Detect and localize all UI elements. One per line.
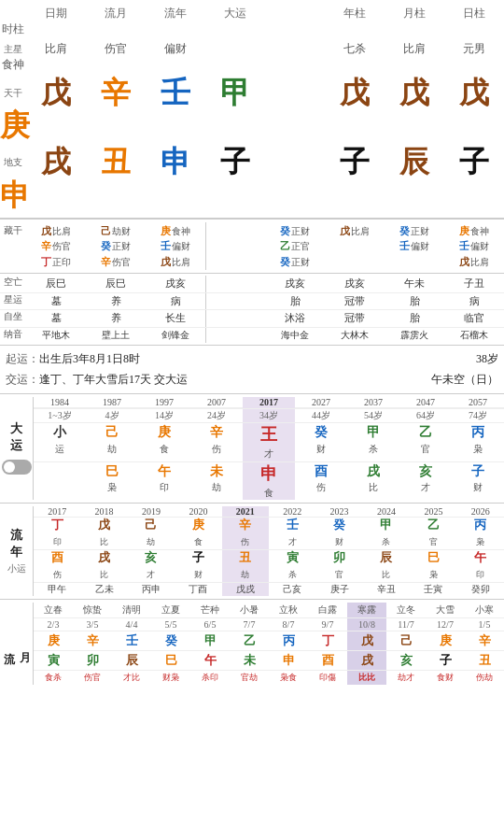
dy-dz1: 巳 枭 bbox=[86, 462, 138, 501]
dayun-section: 大 运 1984 1987 1997 2007 2017 2027 203 bbox=[0, 394, 504, 504]
ln-dz: 酉伤 戌比 亥才 子财 丑劫 寅杀 卯官 辰比 巳枭 午印 bbox=[34, 550, 504, 583]
xy6: 冠带 bbox=[325, 293, 385, 310]
qiyun-age: 38岁 bbox=[476, 349, 498, 370]
ln-y6: 2023 bbox=[315, 506, 362, 517]
ln-tg4: 辛伤 bbox=[222, 518, 269, 549]
ny8: 石榴木 bbox=[444, 328, 504, 343]
h-liuyue: 流月 bbox=[86, 6, 146, 21]
lym7: 白露 bbox=[308, 603, 347, 617]
lydz8: 戌 bbox=[347, 651, 386, 670]
dy-y3: 2007 bbox=[190, 397, 243, 408]
dayun-toggle[interactable] bbox=[2, 460, 32, 475]
cg-col1: 戊比肩 辛伤官 丁正印 bbox=[26, 222, 86, 271]
ln-y3: 2020 bbox=[175, 506, 221, 517]
lym11: 小寒 bbox=[465, 603, 504, 617]
dy-tg3: 辛 伤 bbox=[190, 423, 243, 461]
lytg8: 戊 bbox=[347, 631, 386, 650]
dy-tg4: 王 才 bbox=[243, 423, 295, 461]
zz5: 沐浴 bbox=[265, 310, 325, 327]
ln-y2: 2019 bbox=[128, 506, 175, 517]
lydd4: 杀印 bbox=[190, 671, 230, 685]
kw4 bbox=[205, 276, 265, 292]
ly-dz: 寅 卯 辰 巳 午 未 申 酉 戌 亥 子 丑 bbox=[34, 651, 504, 671]
xy3: 病 bbox=[146, 293, 205, 310]
xy7: 胎 bbox=[385, 293, 444, 310]
lym10: 大雪 bbox=[426, 603, 465, 617]
tg-riqi: 戊 bbox=[26, 77, 86, 109]
h-nianzhu: 年柱 bbox=[325, 6, 385, 21]
zuozuo-row: 自坐 墓 养 长生 沐浴 冠带 胎 临官 bbox=[0, 310, 504, 328]
tg-yuezhu: 戊 bbox=[385, 77, 444, 109]
lydd5: 官劫 bbox=[230, 671, 269, 685]
zz7: 胎 bbox=[385, 310, 444, 327]
ly-months: 立春 惊蛰 清明 立夏 芒种 小暑 立秋 白露 寒露 立冬 大雪 小寒 bbox=[34, 603, 504, 618]
dy-tg2: 庚 食 bbox=[138, 423, 190, 461]
ms-yuezhu: 比肩 bbox=[385, 41, 444, 57]
lxy3: 丁酉 bbox=[175, 583, 221, 596]
lydd11: 伤劫 bbox=[465, 671, 504, 685]
lym5: 小暑 bbox=[230, 603, 269, 617]
jiaoyun-text: 交运：逢丁、丁年大雪后17天 交大运 bbox=[6, 370, 188, 390]
dayun-label: 大 运 bbox=[0, 397, 34, 500]
zz1: 墓 bbox=[26, 310, 86, 327]
liunian-container: 流 年 小运 2017 2018 2019 2020 2021 2022 202… bbox=[0, 506, 504, 596]
lytg10: 庚 bbox=[426, 631, 465, 650]
ny3: 剑锋金 bbox=[146, 328, 205, 343]
dayun-dz-row: 巳 枭 午 印 未 劫 申 食 bbox=[34, 462, 504, 501]
ln-xiaoyun: 甲午 乙未 丙申 丁酉 戊戌 己亥 庚子 辛丑 壬寅 癸卯 bbox=[34, 583, 504, 596]
lyd3: 5/5 bbox=[151, 618, 190, 631]
lyd4: 6/5 bbox=[190, 618, 230, 631]
dayun-years: 1984 1987 1997 2007 2017 2027 2037 2047 … bbox=[34, 397, 504, 409]
ln-dz0: 酉伤 bbox=[34, 550, 80, 582]
dy-y5: 2027 bbox=[295, 397, 347, 408]
ln-dz7: 辰比 bbox=[363, 550, 410, 582]
lxy6: 庚子 bbox=[315, 583, 362, 596]
dy-dz5: 酉 伤 bbox=[295, 462, 347, 501]
ms-liunian: 偏财 bbox=[146, 41, 205, 57]
lxy5: 己亥 bbox=[269, 583, 315, 596]
dy-tg1: 己 劫 bbox=[86, 423, 138, 461]
dy-dz4: 申 食 bbox=[243, 462, 295, 501]
space-section: 空亡 辰巳 辰巳 戌亥 戌亥 戌亥 午未 子丑 星运 墓 养 病 胎 冠带 胎 … bbox=[0, 274, 504, 346]
ln-dz2: 亥才 bbox=[128, 550, 175, 582]
lyd1: 3/5 bbox=[73, 618, 112, 631]
tg-shizhu: 庚 bbox=[0, 109, 26, 142]
lyd9: 11/7 bbox=[386, 618, 426, 631]
col-header-row1: 日期 流月 流年 大运 年柱 月柱 日柱 时柱 bbox=[0, 4, 504, 39]
lydz6: 申 bbox=[269, 651, 308, 670]
dy-y0: 1984 bbox=[34, 397, 86, 408]
ln-tg5: 壬才 bbox=[269, 518, 315, 549]
dz-shizhu: 申 bbox=[0, 179, 26, 212]
lytg2: 壬 bbox=[112, 631, 151, 650]
lydz11: 丑 bbox=[465, 651, 504, 670]
lym2: 清明 bbox=[112, 603, 151, 617]
h-yuezhu: 月柱 bbox=[385, 6, 444, 21]
kw6: 戌亥 bbox=[325, 276, 385, 292]
xy1: 墓 bbox=[26, 293, 86, 310]
da-a5: 44岁 bbox=[295, 409, 347, 422]
jiaoyun-note: 午未空（日） bbox=[431, 370, 498, 390]
lydd6: 枭食 bbox=[269, 671, 308, 685]
dizhi-row: 地支 戌 丑 申 子 子 辰 子 申 bbox=[0, 144, 504, 213]
zz6: 冠带 bbox=[325, 310, 385, 327]
kw2: 辰巳 bbox=[86, 276, 146, 292]
liunian-label: 流 年 小运 bbox=[0, 506, 34, 596]
ln-tg0: 丁印 bbox=[34, 518, 80, 549]
ny2: 壁上土 bbox=[86, 328, 146, 343]
dy-y7: 2047 bbox=[399, 397, 452, 408]
h-dayun: 大运 bbox=[205, 6, 265, 21]
lytg9: 己 bbox=[386, 631, 426, 650]
lyd11: 1/5 bbox=[465, 618, 504, 631]
ln-y7: 2024 bbox=[363, 506, 410, 517]
da-a7: 64岁 bbox=[399, 409, 452, 422]
qiyun-row: 起运：出生后3年8月1日8时 38岁 bbox=[6, 349, 498, 370]
cg-col8: 庚食神 壬偏财 戊比肩 bbox=[444, 222, 504, 271]
lydz3: 巳 bbox=[151, 651, 190, 670]
tg-liunian: 壬 bbox=[146, 77, 205, 109]
cg-col4 bbox=[205, 222, 265, 271]
kw8: 子丑 bbox=[444, 276, 504, 292]
lytg3: 癸 bbox=[151, 631, 190, 650]
dy-dz3: 未 劫 bbox=[190, 462, 243, 501]
cg-col3: 庚食神 壬偏财 戊比肩 bbox=[146, 222, 205, 271]
ln-dz5: 寅杀 bbox=[269, 550, 315, 582]
